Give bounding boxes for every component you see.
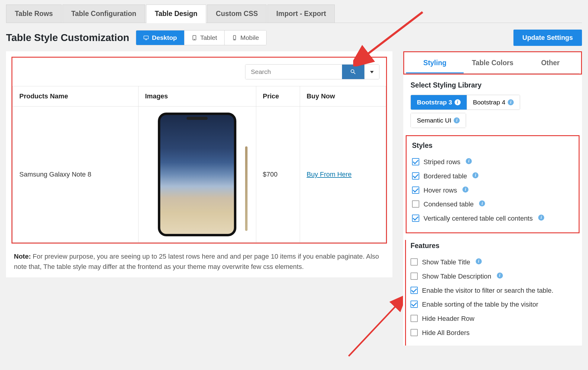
side-tab-table-colors[interactable]: Table Colors	[464, 53, 521, 73]
feature-option-row: Enable the visitor to filter or search t…	[411, 284, 575, 298]
th-buy-now[interactable]: Buy Now	[300, 86, 386, 107]
desktop-icon	[143, 35, 149, 40]
tab-table-configuration[interactable]: Table Configuration	[62, 5, 145, 23]
preview-panel: Products Name Images Price Buy Now Samsu…	[6, 51, 392, 277]
style-option-row: Bordered tablei	[412, 169, 573, 183]
style-option-label: Condensed table	[423, 200, 474, 209]
th-images[interactable]: Images	[138, 86, 256, 107]
tablet-icon	[192, 35, 197, 40]
feature-option-row: Show Table Titlei	[411, 255, 575, 270]
feature-option-checkbox[interactable]	[411, 273, 418, 280]
info-icon[interactable]: i	[472, 172, 478, 178]
feature-option-row: Hide Header Row	[411, 312, 575, 326]
main-tabs: Table Rows Table Configuration Table Des…	[6, 5, 582, 23]
library-section: Select Styling Library Bootstrap 3i Boot…	[403, 75, 582, 133]
mobile-icon	[232, 35, 237, 40]
feature-option-label: Show Table Title	[422, 258, 470, 267]
style-option-row: Condensed tablei	[412, 197, 573, 212]
info-icon[interactable]: i	[538, 215, 544, 221]
search-group	[245, 64, 379, 79]
feature-option-label: Hide Header Row	[422, 314, 475, 324]
style-option-label: Striped rows	[423, 158, 460, 167]
cell-price: $700	[256, 107, 300, 243]
svg-point-4	[234, 39, 235, 40]
info-icon[interactable]: i	[476, 258, 482, 264]
style-option-checkbox[interactable]	[412, 172, 419, 180]
side-tabs: Styling Table Colors Other	[406, 53, 579, 74]
search-input[interactable]	[245, 65, 342, 79]
lib-bootstrap4-label: Bootstrap 4	[473, 99, 505, 106]
info-icon[interactable]: i	[508, 99, 514, 105]
th-products-name[interactable]: Products Name	[13, 86, 139, 107]
library-title: Select Styling Library	[411, 81, 575, 89]
svg-rect-0	[144, 36, 149, 39]
table-header-row: Products Name Images Price Buy Now	[13, 86, 386, 107]
tab-table-design[interactable]: Table Design	[146, 5, 206, 23]
style-option-row: Hover rowsi	[412, 183, 573, 198]
style-option-label: Vertically centered table cell contents	[423, 214, 533, 223]
feature-option-row: Hide All Borders	[411, 326, 575, 340]
tab-import-export[interactable]: Import - Export	[267, 5, 335, 23]
side-tab-styling[interactable]: Styling	[406, 53, 464, 73]
style-option-row: Striped rowsi	[412, 155, 573, 169]
style-option-checkbox[interactable]	[412, 200, 419, 208]
product-image	[158, 113, 236, 236]
info-icon[interactable]: i	[455, 99, 461, 105]
info-icon[interactable]: i	[479, 200, 485, 206]
cell-product-name: Samsung Galaxy Note 8	[13, 107, 139, 243]
feature-option-row: Enable sorting of the table by the visit…	[411, 298, 575, 312]
buy-link[interactable]: Buy From Here	[307, 171, 352, 178]
library-row1: Bootstrap 3i Bootstrap 4i	[411, 95, 520, 110]
search-dropdown-button[interactable]	[364, 65, 379, 79]
info-icon[interactable]: i	[497, 273, 503, 279]
feature-option-checkbox[interactable]	[411, 301, 418, 308]
svg-point-2	[194, 39, 195, 40]
features-section: Features Show Table TitleiShow Table Des…	[403, 236, 582, 346]
feature-option-checkbox[interactable]	[411, 287, 418, 294]
update-settings-button[interactable]: Update Settings	[513, 30, 582, 46]
library-row2: Semantic UIi	[411, 113, 466, 128]
search-button[interactable]	[342, 65, 364, 79]
info-icon[interactable]: i	[462, 187, 468, 193]
preview-search-row	[12, 58, 386, 86]
style-option-label: Bordered table	[423, 172, 467, 181]
feature-option-label: Enable sorting of the table by the visit…	[422, 300, 538, 309]
style-option-checkbox[interactable]	[412, 215, 419, 222]
preview-note: Note: For preview purpose, you are seein…	[11, 244, 387, 272]
feature-option-row: Show Table Descriptioni	[411, 270, 575, 284]
feature-option-checkbox[interactable]	[411, 315, 418, 322]
style-option-checkbox[interactable]	[412, 187, 419, 194]
tab-table-rows[interactable]: Table Rows	[6, 5, 62, 23]
device-toggle-group: Desktop Tablet Mobile	[136, 30, 267, 45]
info-icon[interactable]: i	[466, 158, 472, 164]
styles-title: Styles	[412, 142, 573, 150]
device-tablet-button[interactable]: Tablet	[184, 30, 225, 45]
info-icon[interactable]: i	[454, 117, 460, 123]
device-tablet-label: Tablet	[200, 34, 217, 41]
tab-custom-css[interactable]: Custom CSS	[207, 5, 267, 23]
note-body: For preview purpose, you are seeing up t…	[14, 253, 379, 270]
lib-bootstrap4-button[interactable]: Bootstrap 4i	[467, 95, 520, 110]
preview-box: Products Name Images Price Buy Now Samsu…	[11, 57, 387, 244]
side-tab-other[interactable]: Other	[522, 53, 579, 73]
styles-section: Styles Striped rowsiBordered tableiHover…	[406, 135, 580, 233]
feature-option-checkbox[interactable]	[411, 329, 418, 336]
device-desktop-button[interactable]: Desktop	[136, 30, 184, 45]
table-row: Samsung Galaxy Note 8 $700 Buy From Here	[13, 107, 386, 243]
cell-image	[138, 107, 256, 243]
lib-bootstrap3-label: Bootstrap 3	[417, 99, 452, 106]
device-mobile-button[interactable]: Mobile	[225, 30, 266, 45]
page-title: Table Style Customization	[6, 32, 129, 43]
preview-table: Products Name Images Price Buy Now Samsu…	[12, 86, 386, 243]
feature-option-checkbox[interactable]	[411, 258, 418, 266]
lib-bootstrap3-button[interactable]: Bootstrap 3i	[411, 95, 467, 110]
stylus-icon	[245, 146, 248, 231]
th-price[interactable]: Price	[256, 86, 300, 107]
feature-option-label: Show Table Description	[422, 272, 491, 281]
lib-semanticui-button[interactable]: Semantic UIi	[411, 113, 466, 128]
device-mobile-label: Mobile	[240, 34, 259, 41]
style-option-checkbox[interactable]	[412, 158, 419, 165]
chevron-down-icon	[370, 71, 374, 73]
note-label: Note:	[14, 253, 31, 260]
style-option-label: Hover rows	[423, 186, 457, 195]
